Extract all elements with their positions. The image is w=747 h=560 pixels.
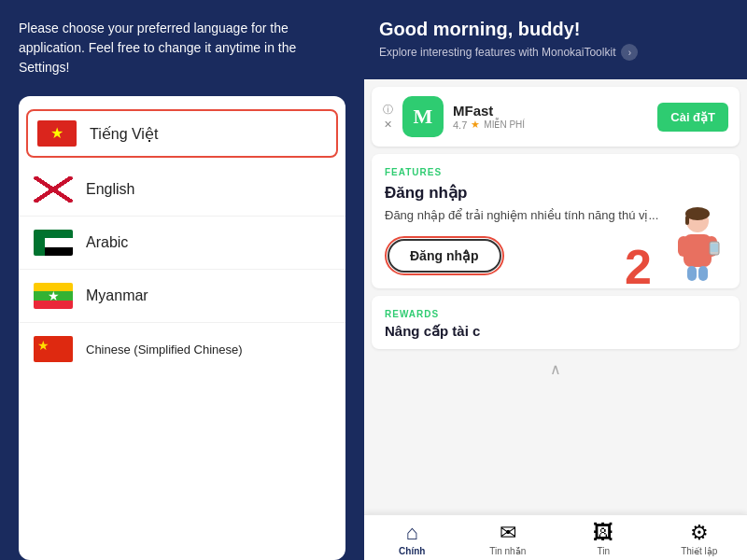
- nav-label-settings: Thiết lập: [681, 546, 717, 556]
- scroll-hint: ∧: [364, 357, 747, 382]
- language-name-vi: Tiếng Việt: [90, 125, 158, 143]
- rating-value: 4.7: [453, 119, 467, 131]
- language-list: Tiếng Việt 1 English Arabic: [19, 96, 345, 560]
- flag-ae-green: [45, 230, 73, 238]
- ad-app-info: MFast 4.7 ★ MIỄN PHÍ: [453, 103, 648, 131]
- rewards-card: REWARDS Nâng cấp tài c: [372, 296, 740, 349]
- ad-close-icon[interactable]: ✕: [384, 119, 392, 131]
- home-icon: ⌂: [406, 523, 418, 543]
- nav-item-settings[interactable]: ⚙ Thiết lập: [652, 523, 748, 556]
- language-item-mm[interactable]: Myanmar: [19, 270, 345, 323]
- nav-label-messages: Tin nhắn: [489, 546, 526, 556]
- login-button[interactable]: Đăng nhập: [388, 239, 501, 273]
- ad-banner: ⓘ ✕ M MFast 4.7 ★ MIỄN PHÍ Cài đặT: [372, 87, 740, 147]
- language-item-vi[interactable]: Tiếng Việt: [26, 109, 338, 158]
- features-card: FEATURES Đăng nhập Đăng nhập để trải ngh…: [372, 154, 740, 288]
- flag-mm-red: [34, 301, 73, 309]
- rewards-title: Nâng cấp tài c: [385, 323, 726, 340]
- language-name-ar: Arabic: [86, 234, 128, 251]
- right-header: Good morning, buddy! Explore interesting…: [364, 0, 747, 79]
- settings-icon: ⚙: [690, 523, 709, 543]
- selected-language-wrapper: Tiếng Việt 1: [19, 109, 345, 158]
- flag-ae-black: [45, 247, 73, 256]
- messages-icon: ✉: [500, 523, 516, 543]
- features-title: Đăng nhập: [385, 183, 726, 203]
- greeting-title: Good morning, buddy!: [379, 19, 732, 40]
- language-name-en: English: [86, 181, 134, 198]
- nav-label-home: Chính: [399, 546, 425, 556]
- mfast-app-icon: M: [402, 96, 444, 137]
- flag-ae-white: [45, 238, 73, 246]
- chevron-right-icon[interactable]: ›: [621, 44, 638, 61]
- language-description: Please choose your preferred language fo…: [19, 19, 345, 77]
- bottom-nav: ⌂ Chính ✉ Tin nhắn 🖼 Tin ⚙ Thiết lập: [364, 514, 747, 560]
- svg-rect-5: [698, 266, 708, 281]
- nav-item-news[interactable]: 🖼 Tin: [556, 523, 652, 556]
- left-panel: Please choose your preferred language fo…: [0, 0, 364, 560]
- features-illustration: [665, 204, 730, 279]
- flag-vietnam: [37, 120, 77, 147]
- nav-label-news: Tin: [597, 546, 610, 556]
- star-icon: ★: [471, 119, 480, 131]
- flag-mm-yellow: [34, 283, 73, 291]
- language-item-en[interactable]: English: [19, 163, 345, 217]
- language-item-ar[interactable]: Arabic: [19, 217, 345, 270]
- features-section-label: FEATURES: [385, 167, 726, 177]
- free-label: MIỄN PHÍ: [484, 119, 525, 130]
- language-name-zh: Chinese (Simplified Chinese): [86, 343, 243, 357]
- flag-ae-red-stripe: [34, 230, 45, 256]
- ad-app-name: MFast: [453, 103, 648, 119]
- step-badge-2: 2: [625, 239, 652, 288]
- right-panel: Good morning, buddy! Explore interesting…: [364, 0, 747, 560]
- install-button[interactable]: Cài đặT: [657, 103, 728, 132]
- flag-mm-green: [34, 291, 73, 300]
- svg-rect-4: [687, 266, 697, 281]
- login-button-border: Đăng nhập: [385, 236, 504, 275]
- flag-uk: [34, 176, 73, 203]
- ad-info-icon[interactable]: ⓘ: [383, 103, 393, 117]
- flag-ae-stripes: [45, 230, 73, 256]
- language-item-zh[interactable]: Chinese (Simplified Chinese): [19, 323, 345, 375]
- language-name-mm: Myanmar: [86, 287, 148, 304]
- flag-china: [34, 336, 73, 362]
- rewards-section-label: REWARDS: [385, 309, 726, 319]
- svg-rect-9: [685, 216, 689, 225]
- ad-app-rating: 4.7 ★ MIỄN PHÍ: [453, 119, 648, 131]
- flag-uae: [34, 230, 73, 256]
- ad-info-x: ⓘ ✕: [383, 103, 393, 131]
- person-illustration: [665, 204, 730, 288]
- flag-myanmar: [34, 283, 73, 309]
- svg-rect-2: [678, 236, 689, 257]
- greeting-subtitle-text: Explore interesting features with Monoka…: [379, 46, 615, 59]
- svg-rect-7: [711, 244, 718, 252]
- nav-item-messages[interactable]: ✉ Tin nhắn: [460, 523, 557, 556]
- news-icon: 🖼: [593, 523, 613, 543]
- nav-item-home[interactable]: ⌂ Chính: [364, 523, 460, 556]
- greeting-subtitle: Explore interesting features with Monoka…: [379, 44, 732, 61]
